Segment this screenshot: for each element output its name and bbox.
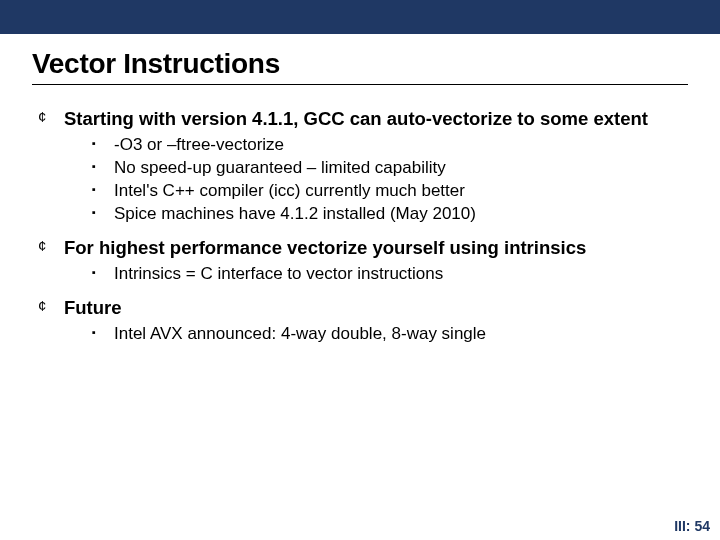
slide-title: Vector Instructions <box>32 48 688 80</box>
bullet-item: Starting with version 4.1.1, GCC can aut… <box>36 107 688 226</box>
bullet-text: Future <box>64 297 122 318</box>
bullet-item: For highest performance vectorize yourse… <box>36 236 688 286</box>
sub-item: Intel's C++ compiler (icc) currently muc… <box>92 180 688 203</box>
slide-content: Vector Instructions Starting with versio… <box>0 34 720 346</box>
main-list: Starting with version 4.1.1, GCC can aut… <box>36 107 688 346</box>
slide-header-bar <box>0 0 720 34</box>
sub-item: Spice machines have 4.1.2 installed (May… <box>92 203 688 226</box>
bullet-text: Starting with version 4.1.1, GCC can aut… <box>64 108 648 129</box>
bullet-item: Future Intel AVX announced: 4-way double… <box>36 296 688 346</box>
sub-list: Intel AVX announced: 4-way double, 8-way… <box>92 323 688 346</box>
sub-item: Intel AVX announced: 4-way double, 8-way… <box>92 323 688 346</box>
slide-number: III: 54 <box>674 518 710 534</box>
sub-item: No speed-up guaranteed – limited capabil… <box>92 157 688 180</box>
bullet-text: For highest performance vectorize yourse… <box>64 237 586 258</box>
sub-list: Intrinsics = C interface to vector instr… <box>92 263 688 286</box>
sub-list: -O3 or –ftree-vectorize No speed-up guar… <box>92 134 688 226</box>
sub-item: -O3 or –ftree-vectorize <box>92 134 688 157</box>
sub-item: Intrinsics = C interface to vector instr… <box>92 263 688 286</box>
title-rule <box>32 84 688 85</box>
